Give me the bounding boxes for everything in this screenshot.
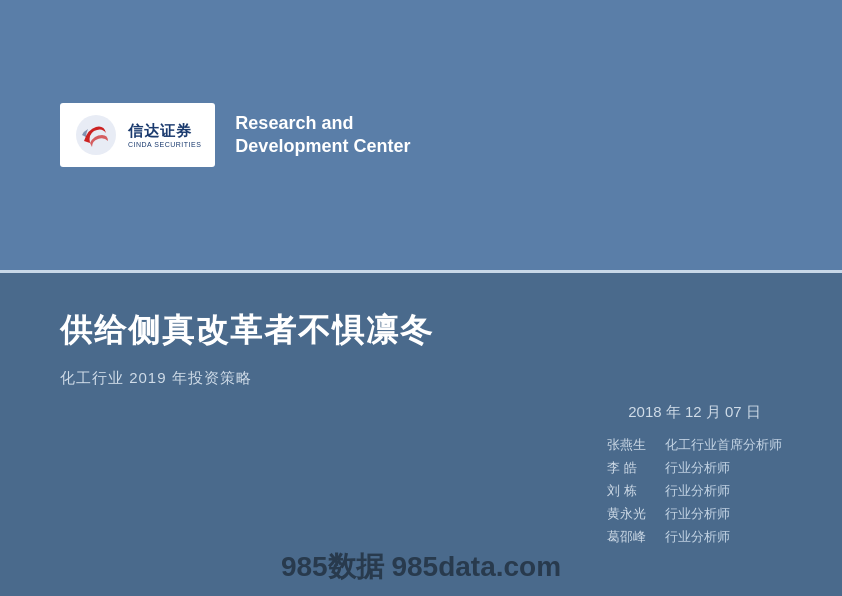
header-section: 信达证券 CINDA SECURITIES Research and Devel…	[0, 0, 842, 270]
analyst-title: 行业分析师	[665, 505, 730, 523]
analyst-row: 黄永光行业分析师	[607, 505, 782, 523]
cinda-logo-icon	[74, 113, 118, 157]
content-section: 供给侧真改革者不惧凛冬 化工行业 2019 年投资策略 2018 年 12 月 …	[0, 273, 842, 596]
analyst-name: 李 皓	[607, 459, 657, 477]
analyst-row: 刘 栋行业分析师	[607, 482, 782, 500]
analyst-name: 刘 栋	[607, 482, 657, 500]
watermark: 985数据 985data.com	[281, 548, 561, 586]
tagline-line1: Research and	[235, 112, 410, 135]
analyst-row: 张燕生化工行业首席分析师	[607, 436, 782, 454]
page-wrapper: 信达证券 CINDA SECURITIES Research and Devel…	[0, 0, 842, 596]
analyst-name: 黄永光	[607, 505, 657, 523]
logo-container: 信达证券 CINDA SECURITIES	[60, 103, 215, 167]
logo-name-cn: 信达证券	[128, 122, 201, 141]
analyst-name: 葛邵峰	[607, 528, 657, 546]
tagline-line2: Development Center	[235, 135, 410, 158]
analyst-title: 行业分析师	[665, 459, 730, 477]
header-tagline: Research and Development Center	[235, 112, 410, 159]
main-title: 供给侧真改革者不惧凛冬	[60, 309, 782, 353]
logo-text-block: 信达证券 CINDA SECURITIES	[128, 122, 201, 148]
sub-title: 化工行业 2019 年投资策略	[60, 369, 782, 388]
analyst-title: 行业分析师	[665, 482, 730, 500]
analyst-title: 化工行业首席分析师	[665, 436, 782, 454]
analyst-title: 行业分析师	[665, 528, 730, 546]
analyst-name: 张燕生	[607, 436, 657, 454]
analyst-row: 李 皓行业分析师	[607, 459, 782, 477]
analyst-row: 葛邵峰行业分析师	[607, 528, 782, 546]
analysts-table: 张燕生化工行业首席分析师李 皓行业分析师刘 栋行业分析师黄永光行业分析师葛邵峰行…	[607, 436, 782, 546]
date-text: 2018 年 12 月 07 日	[628, 403, 761, 422]
right-info: 2018 年 12 月 07 日 张燕生化工行业首席分析师李 皓行业分析师刘 栋…	[607, 403, 782, 546]
logo-name-en: CINDA SECURITIES	[128, 141, 201, 148]
